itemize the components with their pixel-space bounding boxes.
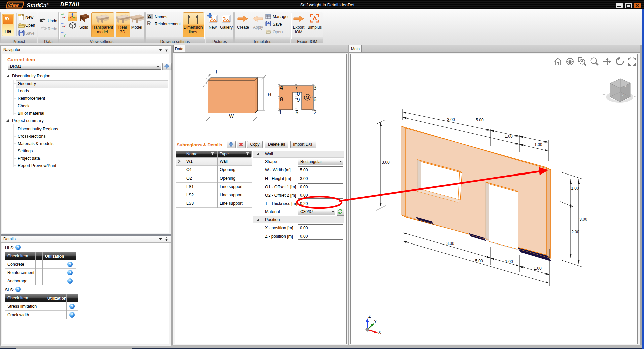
svg-text:3.00: 3.00 xyxy=(446,241,454,246)
svg-text:z: z xyxy=(63,22,64,24)
svg-text:z: z xyxy=(63,31,64,33)
svg-text:8: 8 xyxy=(280,97,283,102)
svg-text:1: 1 xyxy=(279,110,282,115)
svg-text:0: 0 xyxy=(297,91,300,97)
svg-text:Y: Y xyxy=(65,33,66,36)
svg-text:1.00: 1.00 xyxy=(505,134,513,139)
svg-text:T: T xyxy=(215,68,218,74)
svg-text:6: 6 xyxy=(314,97,317,102)
svg-text:Z: Z xyxy=(368,314,371,319)
svg-text:X: X xyxy=(378,330,381,335)
svg-text:1.00: 1.00 xyxy=(534,266,542,271)
svg-text:9: 9 xyxy=(297,97,300,103)
svg-text:1.00: 1.00 xyxy=(534,142,542,147)
svg-text:3.00: 3.00 xyxy=(579,217,587,222)
svg-text:3.00: 3.00 xyxy=(447,117,455,122)
svg-text:1.00: 1.00 xyxy=(571,186,579,191)
svg-text:Y: Y xyxy=(622,94,624,97)
svg-text:5: 5 xyxy=(296,110,299,115)
svg-text:Y: Y xyxy=(63,13,64,15)
svg-text:2: 2 xyxy=(314,110,317,115)
svg-text:3.00: 3.00 xyxy=(382,160,390,165)
svg-text:3: 3 xyxy=(314,85,317,91)
svg-text:H: H xyxy=(268,91,271,97)
svg-text:4: 4 xyxy=(280,85,283,91)
svg-text:1.00: 1.00 xyxy=(505,259,513,264)
svg-text:Y: Y xyxy=(374,319,377,324)
svg-text:W: W xyxy=(229,113,234,119)
svg-text:5.00: 5.00 xyxy=(475,259,483,263)
svg-text:idea: idea xyxy=(7,2,19,9)
svg-text:M: M xyxy=(306,95,309,100)
svg-text:2.00: 2.00 xyxy=(571,230,579,234)
svg-text:z: z xyxy=(625,84,626,87)
svg-text:7: 7 xyxy=(295,85,298,91)
svg-text:x: x xyxy=(65,15,66,17)
svg-text:x: x xyxy=(65,24,66,26)
svg-text:StatiCa®: StatiCa® xyxy=(27,2,49,9)
svg-text:5.00: 5.00 xyxy=(476,118,484,122)
